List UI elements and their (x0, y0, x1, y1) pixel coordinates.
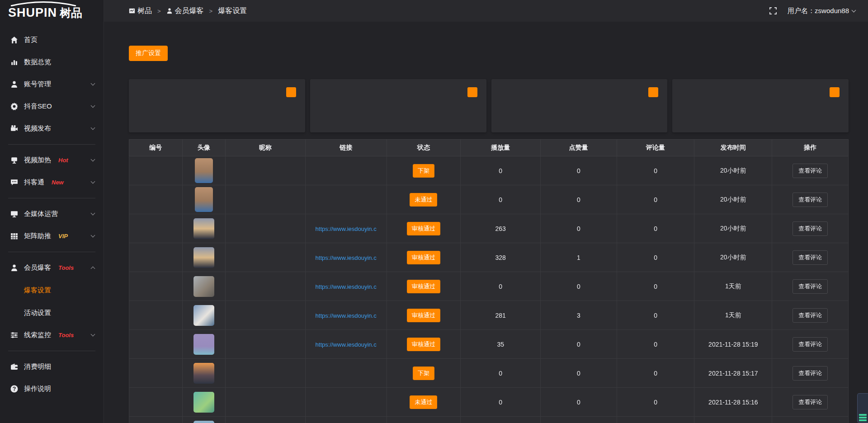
sidebar-subitem-爆客设置[interactable]: 爆客设置 (0, 279, 104, 301)
cell-avatar (182, 272, 225, 301)
video-link[interactable]: https://www.iesdouyin.c (316, 226, 377, 232)
column-header-头像: 头像 (182, 140, 225, 156)
cell-status: 未通过 (387, 388, 461, 417)
video-link[interactable]: https://www.iesdouyin.c (316, 312, 377, 319)
cell-link: https://www.iesdouyin.c (305, 214, 387, 243)
cell-time: 1天前 (694, 272, 772, 301)
chevron-down-icon (91, 157, 95, 162)
sidebar-item-label: 会员爆客 (24, 263, 51, 272)
sidebar-item-矩阵助推[interactable]: 矩阵助推VIP (0, 225, 104, 247)
sliders-icon (10, 331, 18, 339)
sidebar: SHUPIN 树品 首页数据总览账号管理抖音SEO视频发布视频加热Hot抖客通N… (0, 0, 104, 423)
topbar-right: 用户名：zswodun88 (769, 7, 855, 15)
cell-time: 20小时前 (694, 243, 772, 272)
video-link[interactable]: https://www.iesdouyin.c (316, 341, 377, 348)
status-badge[interactable]: 审核通过 (407, 251, 440, 264)
cell-status: 审核通过 (387, 243, 461, 272)
sidebar-item-全媒体运营[interactable]: 全媒体运营 (0, 203, 104, 225)
view-comments-button[interactable]: 查看评论 (793, 193, 828, 207)
status-badge[interactable]: 审核通过 (407, 309, 440, 322)
cell-likes: 0 (541, 214, 617, 243)
cell-plays: 263 (461, 214, 541, 243)
widget-bar (859, 414, 867, 416)
cell-likes: 0 (541, 388, 617, 417)
status-badge[interactable]: 审核通过 (407, 338, 440, 351)
cell-nickname (226, 388, 306, 417)
sidebar-menu: 首页数据总览账号管理抖音SEO视频发布视频加热Hot抖客通New全媒体运营矩阵助… (0, 22, 104, 400)
avatar (195, 158, 213, 183)
status-badge[interactable]: 未通过 (410, 395, 437, 409)
app-logo[interactable]: SHUPIN 树品 (0, 0, 104, 22)
sidebar-item-抖音SEO[interactable]: 抖音SEO (0, 95, 104, 118)
cell-plays: 0 (461, 185, 541, 214)
cell-status: 下架 (387, 359, 461, 388)
sidebar-item-消费明细[interactable]: 消费明细 (0, 356, 104, 378)
sidebar-item-视频加热[interactable]: 视频加热Hot (0, 149, 104, 171)
stat-card-视频个数 (672, 79, 849, 132)
status-badge[interactable]: 审核通过 (407, 280, 440, 293)
cell-plays (461, 417, 541, 423)
sidebar-item-数据总览[interactable]: 数据总览 (0, 51, 104, 73)
chevron-down-icon (852, 8, 856, 12)
status-badge[interactable]: 未通过 (410, 193, 437, 207)
view-comments-button[interactable]: 查看评论 (793, 337, 828, 352)
cell-likes: 0 (541, 359, 617, 388)
table-row: 未通过0002021-11-28 15:16查看评论 (129, 388, 849, 417)
sidebar-item-会员爆客[interactable]: 会员爆客Tools (0, 257, 104, 279)
sidebar-item-操作说明[interactable]: 操作说明 (0, 378, 104, 400)
avatar (193, 334, 214, 355)
cell-nickname (226, 243, 306, 272)
status-badge[interactable]: 下架 (413, 367, 434, 380)
view-comments-button[interactable]: 查看评论 (793, 221, 828, 236)
view-comments-button[interactable]: 查看评论 (793, 366, 828, 381)
table-row: https://www.iesdouyin.c审核通过3281020小时前查看评… (129, 243, 849, 272)
sidebar-item-账号管理[interactable]: 账号管理 (0, 73, 104, 95)
chevron-down-icon (91, 103, 95, 108)
table-row (129, 417, 849, 423)
stat-card-点赞数 (491, 79, 668, 132)
breadcrumb-item-爆客设置[interactable]: 爆客设置 (218, 6, 247, 16)
fullscreen-icon[interactable] (769, 7, 777, 14)
cell-time: 2021-11-28 15:16 (694, 388, 772, 417)
table-row: 下架00020小时前查看评论 (129, 156, 849, 185)
bar-chart-icon (10, 58, 18, 66)
stat-cards (129, 79, 849, 132)
floating-widget[interactable] (857, 393, 868, 423)
status-badge[interactable]: 审核通过 (407, 222, 440, 235)
breadcrumb-item-树品[interactable]: 树品 (129, 6, 152, 16)
stat-card-评论数 (310, 79, 486, 132)
table-row: https://www.iesdouyin.c审核通过2630020小时前查看评… (129, 214, 849, 243)
view-comments-button[interactable]: 查看评论 (793, 164, 828, 178)
view-comments-button[interactable]: 查看评论 (793, 279, 828, 294)
video-link[interactable]: https://www.iesdouyin.c (316, 283, 377, 290)
status-badge[interactable]: 下架 (413, 164, 434, 178)
sidebar-item-label: 线索监控 (24, 331, 51, 339)
view-comments-button[interactable]: 查看评论 (793, 308, 828, 323)
sidebar-item-视频发布[interactable]: 视频发布 (0, 118, 104, 140)
chevron-up-icon (91, 267, 95, 271)
cell-action: 查看评论 (772, 301, 849, 330)
sidebar-item-首页[interactable]: 首页 (0, 29, 104, 51)
table-row: https://www.iesdouyin.c审核通过281301天前查看评论 (129, 301, 849, 330)
sidebar-item-抖客通[interactable]: 抖客通New (0, 171, 104, 193)
video-link[interactable]: https://www.iesdouyin.c (316, 254, 377, 261)
breadcrumb-label: 爆客设置 (218, 6, 247, 16)
cell-number (129, 301, 183, 330)
avatar (193, 421, 214, 423)
breadcrumb-item-会员爆客[interactable]: 会员爆客 (166, 6, 204, 16)
sidebar-item-线索监控[interactable]: 线索监控Tools (0, 324, 104, 346)
column-header-点赞量: 点赞量 (541, 140, 617, 156)
user-menu[interactable]: 用户名：zswodun88 (788, 7, 855, 15)
view-comments-button[interactable]: 查看评论 (793, 395, 828, 409)
cell-action: 查看评论 (772, 243, 849, 272)
sidebar-divider (8, 252, 95, 252)
cell-action: 查看评论 (772, 156, 849, 185)
cell-comments (617, 417, 694, 423)
sidebar-subitem-活动设置[interactable]: 活动设置 (0, 301, 104, 324)
view-comments-button[interactable]: 查看评论 (793, 250, 828, 265)
cell-link: https://www.iesdouyin.c (305, 301, 387, 330)
table-row: https://www.iesdouyin.c审核通过35002021-11-2… (129, 330, 849, 359)
promo-settings-button[interactable]: 推广设置 (129, 46, 168, 61)
panel-icon (129, 8, 135, 14)
sidebar-item-label: 全媒体运营 (24, 210, 58, 218)
